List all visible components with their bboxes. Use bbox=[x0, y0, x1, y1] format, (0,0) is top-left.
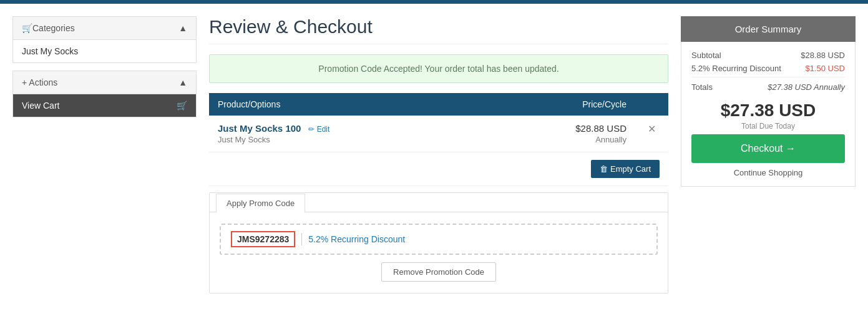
totals-value: $27.38 USD Annually bbox=[768, 82, 845, 92]
cart-table: Product/Options Price/Cycle Just My Sock… bbox=[209, 93, 668, 186]
empty-cart-button[interactable]: 🗑 Empty Cart bbox=[591, 160, 660, 178]
promo-section: Apply Promo Code JMS9272283 5.2% Recurri… bbox=[209, 192, 668, 294]
promo-tab-bar: Apply Promo Code bbox=[210, 193, 668, 212]
total-due-amount: $27.38 USD bbox=[691, 101, 845, 121]
subtotal-value: $28.88 USD bbox=[801, 51, 845, 60]
continue-shopping-link[interactable]: Continue Shopping bbox=[691, 168, 845, 177]
empty-cart-row: 🗑 Empty Cart bbox=[209, 152, 668, 186]
subtotal-label: Subtotal bbox=[691, 51, 721, 60]
empty-cart-cell: 🗑 Empty Cart bbox=[209, 152, 668, 186]
trash-icon: 🗑 bbox=[600, 164, 610, 174]
view-cart-label: View Cart bbox=[22, 101, 59, 111]
total-due-label: Total Due Today bbox=[691, 122, 845, 131]
cart-item-price: $28.88 USD Annually bbox=[488, 116, 635, 152]
order-summary: Order Summary Subtotal $28.88 USD 5.2% R… bbox=[681, 16, 856, 314]
remove-promo-button[interactable]: Remove Promotion Code bbox=[381, 262, 496, 282]
cart-item-product: Just My Socks 100 ✏ Edit Just My Socks bbox=[209, 116, 488, 152]
checkout-button[interactable]: Checkout → bbox=[691, 134, 845, 163]
col-price: Price/Cycle bbox=[488, 93, 635, 116]
sidebar-actions-header[interactable]: + Actions ▲ bbox=[13, 71, 196, 94]
summary-discount-row: 5.2% Recurring Discount $1.50 USD bbox=[691, 64, 845, 73]
sidebar-item-view-cart[interactable]: View Cart 🛒 bbox=[13, 94, 196, 117]
promo-content: JMS9272283 5.2% Recurring Discount Remov… bbox=[210, 212, 668, 293]
view-cart-icon: 🛒 bbox=[177, 101, 187, 111]
discount-value: $1.50 USD bbox=[805, 64, 845, 73]
sidebar-actions-label: + Actions bbox=[22, 77, 57, 87]
promo-tab[interactable]: Apply Promo Code bbox=[216, 194, 305, 213]
edit-link[interactable]: ✏ Edit bbox=[308, 125, 329, 134]
col-remove bbox=[635, 93, 668, 116]
total-due-section: $27.38 USD Total Due Today bbox=[691, 101, 845, 131]
sidebar: 🛒 Categories ▲ Just My Socks + Actions ▲… bbox=[12, 16, 197, 314]
promo-description: 5.2% Recurring Discount bbox=[308, 234, 405, 244]
page-layout: 🛒 Categories ▲ Just My Socks + Actions ▲… bbox=[0, 4, 868, 326]
main-content: Review & Checkout Promotion Code Accepte… bbox=[209, 16, 668, 314]
summary-subtotal-row: Subtotal $28.88 USD bbox=[691, 51, 845, 60]
page-title: Review & Checkout bbox=[209, 16, 668, 44]
product-name: Just My Socks 100 bbox=[218, 123, 301, 134]
order-summary-header: Order Summary bbox=[681, 16, 856, 42]
price-amount: $28.88 USD bbox=[575, 123, 627, 134]
discount-label: 5.2% Recurring Discount bbox=[691, 64, 781, 73]
sidebar-categories-label: Categories bbox=[32, 23, 75, 33]
col-product: Product/Options bbox=[209, 93, 488, 116]
promo-code-value: JMS9272283 bbox=[231, 231, 295, 247]
cart-icon: 🛒 bbox=[22, 23, 32, 33]
promo-separator bbox=[301, 233, 302, 245]
cart-table-header-row: Product/Options Price/Cycle bbox=[209, 93, 668, 116]
promo-code-row: JMS9272283 5.2% Recurring Discount bbox=[220, 224, 658, 255]
remove-item-button[interactable]: ✕ bbox=[644, 123, 660, 135]
empty-cart-label: Empty Cart bbox=[610, 164, 651, 174]
sidebar-item-just-my-socks[interactable]: Just My Socks bbox=[13, 40, 196, 62]
product-name-container: Just My Socks 100 ✏ Edit bbox=[218, 123, 479, 134]
price-cycle: Annually bbox=[497, 135, 627, 144]
cart-item-remove-cell: ✕ bbox=[635, 116, 668, 152]
sidebar-actions-section: + Actions ▲ View Cart 🛒 bbox=[12, 71, 197, 117]
product-category: Just My Socks bbox=[218, 135, 479, 144]
sidebar-categories-header[interactable]: 🛒 Categories ▲ bbox=[13, 17, 196, 40]
totals-label: Totals bbox=[691, 82, 713, 92]
categories-collapse-icon: ▲ bbox=[178, 23, 187, 33]
cart-item-row: Just My Socks 100 ✏ Edit Just My Socks $… bbox=[209, 116, 668, 152]
sidebar-categories-section: 🛒 Categories ▲ Just My Socks bbox=[12, 16, 197, 63]
actions-collapse-icon: ▲ bbox=[178, 77, 187, 87]
summary-totals-row: Totals $27.38 USD Annually bbox=[691, 77, 845, 92]
order-summary-body: Subtotal $28.88 USD 5.2% Recurring Disco… bbox=[681, 42, 856, 187]
promo-banner: Promotion Code Accepted! Your order tota… bbox=[209, 54, 668, 83]
